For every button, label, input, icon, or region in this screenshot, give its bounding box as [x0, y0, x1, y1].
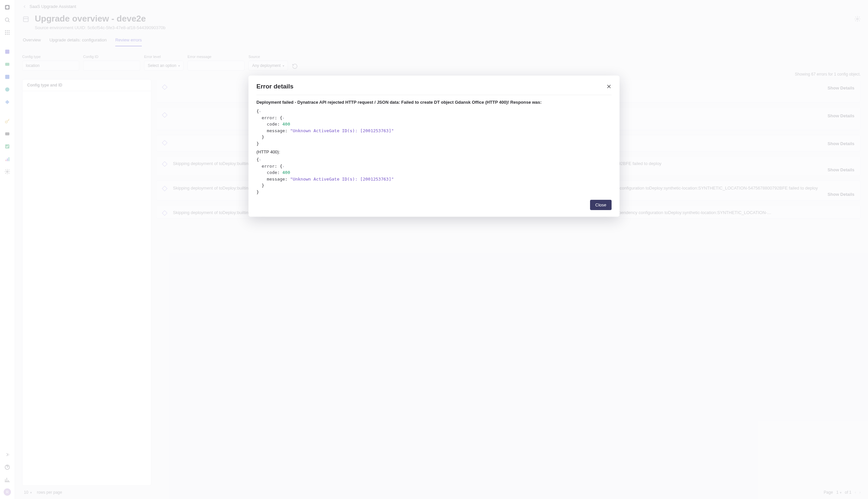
code-block-2: {▾ error: {▾ code: 400 message: "Unknown… — [256, 156, 612, 195]
modal-subhead: (HTTP 400): — [256, 149, 612, 155]
code2-message: "Unknown ActiveGate ID(s): [2001253763]" — [290, 177, 394, 182]
modal-title: Error details — [256, 83, 294, 90]
code1-code: 400 — [282, 122, 290, 126]
code2-code: 400 — [282, 170, 290, 175]
close-icon[interactable] — [606, 84, 612, 89]
error-details-modal: Error details Deployment failed - Dynatr… — [248, 75, 620, 217]
modal-backdrop[interactable] — [0, 0, 868, 499]
close-button[interactable]: Close — [590, 200, 612, 210]
code1-message: "Unknown ActiveGate ID(s): [2001253763]" — [290, 128, 394, 133]
code-block-1: {▾ error: {▾ code: 400 message: "Unknown… — [256, 108, 612, 147]
modal-summary: Deployment failed - Dynatrace API reject… — [256, 100, 612, 105]
